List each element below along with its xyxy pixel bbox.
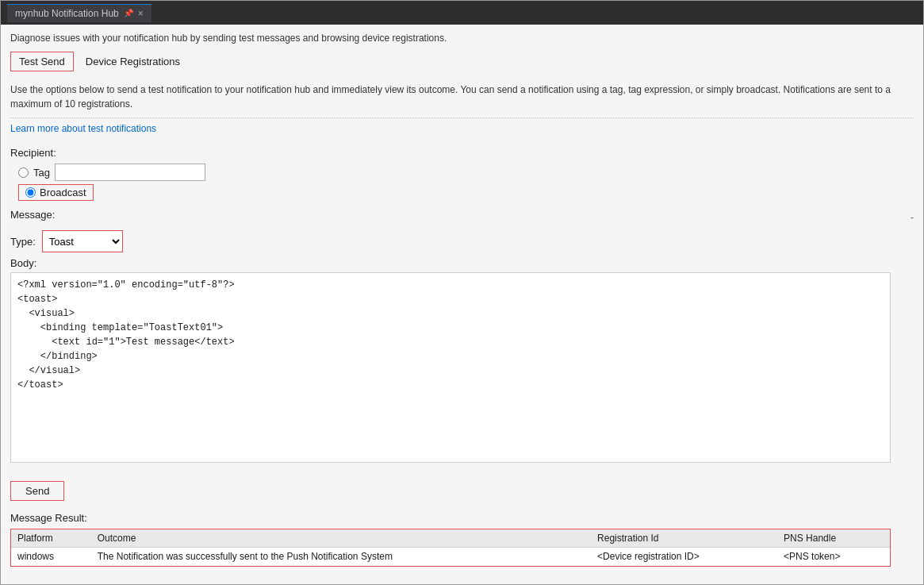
pin-icon: 📌 <box>124 9 133 17</box>
send-button-wrapper: Send <box>10 473 914 501</box>
recipient-label: Recipient: <box>10 147 914 159</box>
message-section: Message: - Type: Toast Raw Badge Body: <… <box>10 209 914 465</box>
result-label: Message Result: <box>10 512 914 524</box>
type-label: Type: <box>10 236 36 248</box>
type-row: Type: Toast Raw Badge <box>10 230 914 252</box>
tag-radio-label: Tag <box>33 167 50 179</box>
send-button[interactable]: Send <box>10 481 64 501</box>
cell-outcome: The Notification was successfully sent t… <box>91 548 591 566</box>
tag-input[interactable] <box>55 164 205 181</box>
message-label: Message: <box>10 209 55 221</box>
divider <box>10 117 914 118</box>
result-table-head: Platform Outcome Registration Id PNS Han… <box>11 529 890 548</box>
content-area: Diagnose issues with your notification h… <box>1 25 923 584</box>
result-table: Platform Outcome Registration Id PNS Han… <box>11 529 890 566</box>
col-platform: Platform <box>11 529 91 548</box>
main-description: Use the options below to send a test not… <box>10 83 914 111</box>
body-textarea[interactable]: <?xml version="1.0" encoding="utf-8"?> <… <box>10 272 891 463</box>
broadcast-box: Broadcast <box>18 184 94 201</box>
tab-test-send[interactable]: Test Send <box>10 52 74 71</box>
window-title: mynhub Notification Hub <box>15 8 119 19</box>
type-select[interactable]: Toast Raw Badge <box>43 231 122 252</box>
tab-device-registrations[interactable]: Device Registrations <box>77 52 189 71</box>
broadcast-radio[interactable] <box>25 187 36 198</box>
tabs-row: Test Send Device Registrations <box>10 52 914 71</box>
title-bar: mynhub Notification Hub 📌 × <box>1 1 923 25</box>
broadcast-row: Broadcast <box>18 184 914 201</box>
col-pns-handle: PNS Handle <box>777 529 890 548</box>
recipient-section: Recipient: Tag Broadcast <box>10 147 914 201</box>
result-header-row: Platform Outcome Registration Id PNS Han… <box>11 529 890 548</box>
cell-pns-handle: <PNS token> <box>777 548 890 566</box>
result-table-wrapper: Platform Outcome Registration Id PNS Han… <box>10 529 891 567</box>
col-registration-id: Registration Id <box>591 529 777 548</box>
message-header-row: Message: - <box>10 209 914 225</box>
message-result-section: Message Result: Platform Outcome Registr… <box>10 512 914 567</box>
type-select-wrapper: Toast Raw Badge <box>42 230 123 252</box>
col-outcome: Outcome <box>91 529 591 548</box>
body-label: Body: <box>10 257 914 269</box>
learn-more-link[interactable]: Learn more about test notifications <box>10 123 914 134</box>
cell-platform: windows <box>11 548 91 566</box>
window-tab[interactable]: mynhub Notification Hub 📌 × <box>7 4 151 22</box>
result-table-body: windows The Notification was successfull… <box>11 548 890 566</box>
broadcast-label: Broadcast <box>40 187 86 198</box>
tag-radio-row: Tag <box>18 164 914 181</box>
table-row: windows The Notification was successfull… <box>11 548 890 566</box>
top-description: Diagnose issues with your notification h… <box>10 33 914 44</box>
close-icon[interactable]: × <box>138 8 144 19</box>
main-window: mynhub Notification Hub 📌 × Diagnose iss… <box>0 0 924 585</box>
cell-registration-id: <Device registration ID> <box>591 548 777 566</box>
tag-radio[interactable] <box>18 167 29 178</box>
message-dash: - <box>911 211 914 223</box>
